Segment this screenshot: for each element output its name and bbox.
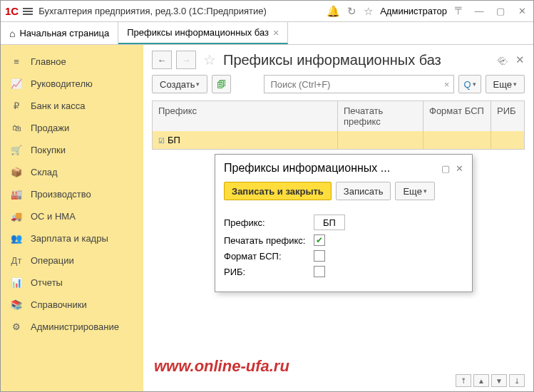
col-print[interactable]: Печатать префикс (338, 101, 423, 131)
paging-controls: ⤒ ▲ ▼ ⤓ (456, 374, 525, 387)
sidebar-icon: ≡ (11, 56, 22, 67)
save-close-button[interactable]: Записать и закрыть (224, 182, 332, 200)
page-up-button[interactable]: ▲ (473, 374, 489, 387)
dialog-maximize-icon[interactable]: ▢ (441, 163, 450, 174)
page-first-button[interactable]: ⤒ (456, 374, 471, 387)
edit-dialog: Префиксы информационных ... ▢ ✕ Записать… (215, 154, 473, 292)
cell-prefix: БП (168, 135, 180, 145)
page-close-icon[interactable]: ✕ (515, 53, 525, 66)
link-icon[interactable]: ⎘ (496, 53, 508, 66)
sidebar-label: Главное (31, 56, 66, 67)
home-icon: ⌂ (9, 28, 15, 39)
data-table: Префикс Печатать префикс Формат БСП РИБ … (152, 100, 525, 150)
sidebar-item-0[interactable]: ≡Главное (1, 51, 143, 73)
fmt-label: Формат БСП: (224, 251, 309, 262)
prefix-label: Префикс: (224, 217, 309, 228)
sidebar-icon: 🏭 (11, 189, 22, 200)
sidebar-item-8[interactable]: 👥Зарплата и кадры (1, 227, 143, 249)
dialog-more-button[interactable]: Еще▾ (395, 182, 434, 200)
history-icon[interactable]: ↻ (347, 5, 356, 18)
save-button[interactable]: Записать (336, 182, 391, 200)
sidebar-item-2[interactable]: ₽Банк и касса (1, 95, 143, 117)
nav-forward-button[interactable]: → (176, 51, 196, 69)
tab-bar: ⌂ Начальная страница Префиксы информацио… (1, 22, 533, 45)
copy-button[interactable]: 🗐 (212, 75, 231, 93)
fmt-checkbox[interactable] (314, 250, 325, 262)
tab-active-label: Префиксы информационных баз (127, 27, 269, 38)
settings-icon[interactable]: 〒 (454, 4, 465, 18)
minimize-button[interactable]: — (472, 4, 486, 19)
sidebar-icon: 🛍 (11, 123, 22, 133)
prefix-input[interactable] (314, 215, 345, 230)
page-down-button[interactable]: ▼ (491, 374, 507, 387)
maximize-button[interactable]: ▢ (493, 4, 508, 19)
user-label[interactable]: Администратор (380, 6, 447, 16)
sidebar-label: Операции (31, 255, 74, 266)
sidebar-icon: ⚙ (11, 321, 22, 332)
page-last-button[interactable]: ⤓ (509, 374, 525, 387)
sidebar-item-1[interactable]: 📈Руководителю (1, 73, 143, 95)
tab-home-label: Начальная страница (19, 28, 109, 38)
dialog-close-icon[interactable]: ✕ (456, 163, 463, 174)
tab-close-icon[interactable]: × (273, 27, 279, 38)
sidebar-label: Администрирование (31, 321, 119, 332)
sidebar-icon: Дт (11, 255, 22, 266)
sidebar-label: Производство (31, 189, 91, 200)
star-icon[interactable]: ☆ (364, 5, 373, 18)
rib-checkbox[interactable] (314, 266, 325, 277)
more-button[interactable]: Еще▾ (486, 75, 525, 93)
rib-label: РИБ: (224, 267, 309, 277)
sidebar-item-3[interactable]: 🛍Продажи (1, 117, 143, 139)
print-checkbox[interactable] (314, 234, 325, 246)
search-clear-icon[interactable]: × (440, 79, 454, 90)
sidebar: ≡Главное📈Руководителю₽Банк и касса🛍Прода… (1, 45, 143, 391)
sidebar-icon: ₽ (11, 100, 22, 111)
sidebar-item-5[interactable]: 📦Склад (1, 161, 143, 183)
sidebar-label: Продажи (31, 123, 69, 133)
col-rib[interactable]: РИБ (491, 101, 524, 131)
sidebar-icon: 📚 (11, 299, 22, 310)
sidebar-label: Покупки (31, 145, 66, 155)
sidebar-item-10[interactable]: 📊Отчеты (1, 272, 143, 294)
table-row[interactable]: ☑БП (153, 131, 524, 149)
search-button[interactable]: Q▾ (458, 75, 481, 93)
sidebar-icon: 📦 (11, 167, 22, 177)
search-field[interactable]: × (264, 75, 454, 93)
menu-icon[interactable] (23, 8, 33, 15)
sidebar-label: Склад (31, 167, 58, 177)
dialog-title: Префиксы информационных ... (224, 162, 436, 175)
sidebar-label: Зарплата и кадры (31, 233, 108, 244)
sidebar-item-9[interactable]: ДтОперации (1, 249, 143, 272)
sidebar-item-4[interactable]: 🛒Покупки (1, 139, 143, 161)
sidebar-item-12[interactable]: ⚙Администрирование (1, 316, 143, 338)
tab-home[interactable]: ⌂ Начальная страница (1, 22, 118, 44)
sidebar-icon: 📈 (11, 78, 22, 89)
search-input[interactable] (265, 79, 439, 90)
close-button[interactable]: ✕ (515, 4, 529, 19)
sidebar-label: ОС и НМА (31, 211, 76, 222)
watermark: www.online-ufa.ru (154, 357, 289, 376)
sidebar-icon: 🚚 (11, 211, 22, 222)
page-title: Префиксы информационных баз (223, 52, 495, 68)
favorite-icon[interactable]: ☆ (203, 51, 216, 68)
create-button[interactable]: Создать▾ (152, 75, 207, 93)
print-label: Печатать префикс: (224, 235, 309, 246)
sidebar-item-6[interactable]: 🏭Производство (1, 183, 143, 205)
bell-icon[interactable]: 🔔 (327, 5, 340, 18)
nav-back-button[interactable]: ← (152, 51, 172, 69)
sidebar-label: Отчеты (31, 277, 63, 288)
sidebar-item-7[interactable]: 🚚ОС и НМА (1, 205, 143, 227)
sidebar-item-11[interactable]: 📚Справочники (1, 294, 143, 316)
sidebar-label: Банк и касса (31, 100, 86, 111)
titlebar: 1C Бухгалтерия предприятия, ред.3.0 (1С:… (1, 1, 533, 22)
app-logo: 1C (5, 5, 19, 17)
tab-prefixes[interactable]: Префиксы информационных баз × (118, 22, 288, 44)
col-prefix[interactable]: Префикс (153, 101, 338, 131)
sidebar-label: Справочники (31, 299, 87, 310)
col-fmt[interactable]: Формат БСП (423, 101, 491, 131)
sidebar-label: Руководителю (31, 78, 93, 89)
sidebar-icon: 🛒 (11, 145, 22, 155)
row-icon: ☑ (158, 137, 165, 145)
sidebar-icon: 👥 (11, 233, 22, 244)
app-title: Бухгалтерия предприятия, ред.3.0 (1С:Пре… (38, 6, 327, 16)
